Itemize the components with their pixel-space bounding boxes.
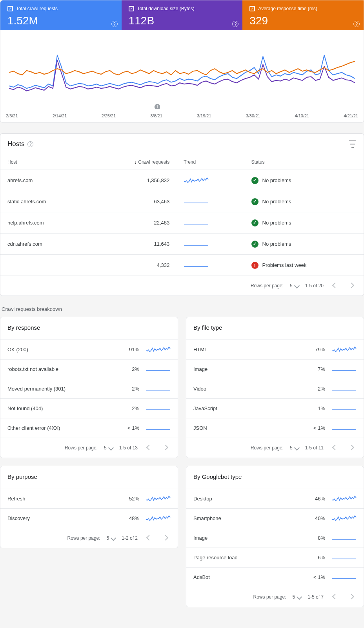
pager-size-select[interactable]: 5 [290, 283, 299, 288]
checkbox-icon[interactable]: ✓ [129, 6, 134, 11]
pager-next[interactable] [160, 533, 171, 543]
row-pct: 91% [120, 347, 139, 352]
row-pct: 79% [306, 347, 325, 352]
breakdown-row[interactable]: Page resource load 6% [186, 548, 364, 567]
pager-size-select[interactable]: 5 [290, 445, 299, 451]
help-icon[interactable]: ? [232, 21, 238, 27]
stat-label: Average response time (ms) [258, 6, 317, 11]
breakdown-row[interactable]: Other client error (4XX) < 1% [0, 418, 178, 438]
status-cell: ✓ No problems [244, 234, 364, 255]
breakdown-row[interactable]: Not found (404) 2% [0, 398, 178, 418]
pager-size-select[interactable]: 5 [107, 535, 116, 541]
pager-label: Rows per page: [67, 535, 100, 541]
trend-cell [177, 212, 244, 234]
checkbox-icon[interactable]: ✓ [249, 6, 255, 11]
crawl-cell: 1,356,832 [91, 170, 177, 191]
row-pct: 1% [306, 405, 325, 411]
table-row[interactable]: static.ahrefs.com 63,463 ✓ No problems [0, 191, 364, 212]
stat-value: 329 [249, 15, 357, 27]
table-row[interactable]: ahrefs.com 1,356,832 ✓ No problems [0, 170, 364, 191]
chevron-down-icon [297, 594, 302, 600]
pager-next[interactable] [346, 281, 357, 291]
row-trend [331, 385, 357, 393]
chevron-right-icon [349, 283, 354, 288]
row-pct: 7% [306, 366, 325, 372]
filter-icon[interactable] [349, 141, 357, 148]
row-trend [146, 385, 171, 393]
row-trend [331, 573, 357, 581]
check-circle-icon: ✓ [251, 177, 258, 184]
hosts-table: Host ↓Crawl requests Trend Status ahrefs… [0, 154, 364, 276]
table-row[interactable]: 4,332 ! Problems last week [0, 255, 364, 276]
alert-circle-icon: ! [251, 262, 258, 269]
status-cell: ✓ No problems [244, 191, 364, 212]
breakdown-title: By response [0, 317, 178, 340]
stat-card-download[interactable]: ✓ Total download size (Bytes) 112B ? [122, 0, 243, 30]
breakdown-row[interactable]: Moved permanently (301) 2% [0, 379, 178, 398]
pager-label: Rows per page: [251, 445, 284, 451]
xtick: 4/10/21 [295, 113, 309, 118]
breakdown-row[interactable]: Refresh 52% [0, 489, 178, 508]
row-pct: < 1% [306, 425, 325, 431]
col-host[interactable]: Host [0, 154, 91, 170]
breakdown-row[interactable]: JSON < 1% [186, 418, 364, 438]
pager-prev[interactable] [144, 533, 154, 543]
xtick: 2/25/21 [101, 113, 116, 118]
pager-prev[interactable] [330, 592, 340, 602]
pager-prev[interactable] [144, 443, 154, 453]
row-label: Image [193, 535, 306, 541]
row-pct: 2% [306, 386, 325, 392]
pager-label: Rows per page: [251, 283, 284, 288]
trend-cell [177, 170, 244, 191]
checkbox-icon[interactable]: ✓ [7, 6, 13, 11]
breakdown-row[interactable]: Smartphone 40% [186, 508, 364, 528]
chevron-right-icon [163, 445, 168, 450]
row-trend [146, 514, 171, 522]
pager-next[interactable] [346, 592, 357, 602]
row-label: Page resource load [193, 555, 306, 560]
table-row[interactable]: cdn.ahrefs.com 11,643 ✓ No problems [0, 234, 364, 255]
table-row[interactable]: help.ahrefs.com 22,483 ✓ No problems [0, 212, 364, 234]
help-icon[interactable]: ? [27, 141, 33, 147]
check-circle-icon: ✓ [251, 219, 258, 226]
breakdown-row[interactable]: Image 8% [186, 528, 364, 548]
breakdown-row[interactable]: JavaScript 1% [186, 398, 364, 418]
row-pct: 2% [120, 366, 139, 372]
status-cell: ✓ No problems [244, 170, 364, 191]
breakdown-row[interactable]: Image 7% [186, 359, 364, 379]
hosts-title: Hosts [7, 140, 24, 148]
breakdown-row[interactable]: OK (200) 91% [0, 340, 178, 359]
host-cell: help.ahrefs.com [0, 212, 91, 234]
pager-next[interactable] [160, 443, 171, 453]
pager-range: 1-5 of 13 [119, 445, 138, 451]
pager-next[interactable] [346, 443, 357, 453]
pager-size-select[interactable]: 5 [104, 445, 113, 451]
row-trend [146, 495, 171, 503]
breakdown-row[interactable]: robots.txt not available 2% [0, 359, 178, 379]
pager-prev[interactable] [330, 281, 340, 291]
row-trend [146, 404, 171, 413]
pager-range: 1-5 of 20 [305, 283, 324, 288]
chevron-left-icon [332, 283, 338, 288]
breakdown-row[interactable]: Discovery 48% [0, 508, 178, 528]
row-label: Moved permanently (301) [7, 386, 120, 392]
help-icon[interactable]: ? [111, 21, 118, 27]
row-label: Image [193, 366, 306, 372]
col-trend[interactable]: Trend [177, 154, 244, 170]
pager-size-select[interactable]: 5 [293, 594, 302, 600]
breakdown-row[interactable]: HTML 79% [186, 340, 364, 359]
pager-prev[interactable] [330, 443, 340, 453]
col-status[interactable]: Status [244, 154, 364, 170]
crawl-cell: 63,463 [91, 191, 177, 212]
chevron-down-icon [294, 445, 300, 451]
row-trend [331, 365, 357, 373]
stat-card-requests[interactable]: ✓ Total crawl requests 1.52M ? [0, 0, 122, 30]
help-icon[interactable]: ? [353, 21, 360, 27]
row-trend [146, 345, 171, 354]
breakdown-row[interactable]: Desktop 46% [186, 489, 364, 508]
breakdown-row[interactable]: AdsBot < 1% [186, 567, 364, 587]
breakdown-row[interactable]: Video 2% [186, 379, 364, 398]
col-crawl[interactable]: ↓Crawl requests [91, 154, 177, 170]
stat-card-response[interactable]: ✓ Average response time (ms) 329 ? [242, 0, 364, 30]
breakdown-pager: Rows per page: 5 1-5 of 11 [186, 438, 364, 458]
